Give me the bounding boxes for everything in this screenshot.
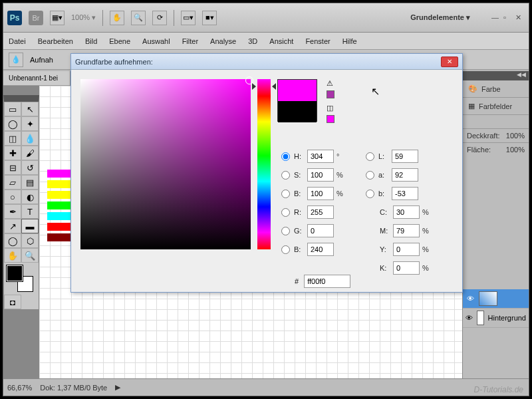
bridge-icon[interactable]: Br (29, 11, 43, 25)
input-y[interactable] (393, 243, 420, 256)
eyedropper-icon[interactable]: 💧 (9, 53, 23, 67)
zoom-tool[interactable]: 🔍 (21, 248, 39, 263)
gamut-swatch[interactable] (327, 115, 334, 123)
radio-h[interactable] (281, 152, 290, 161)
input-r[interactable] (307, 205, 334, 219)
history-tool[interactable]: ↺ (21, 160, 39, 175)
layer-background[interactable]: 👁 Hintergrund (463, 309, 529, 328)
hue-slider[interactable] (257, 79, 271, 249)
radio-g[interactable] (281, 227, 290, 235)
menu-analysis[interactable]: Analyse (210, 37, 236, 45)
zoom-tool-icon[interactable]: 🔍 (131, 11, 146, 25)
color-preview (277, 79, 317, 122)
color-picker-dialog: Grundfarbe aufnehmen: ✕ ⚠ ◫ H:° S:% B:% … (70, 53, 463, 293)
crop-tool[interactable]: ◫ (4, 131, 21, 146)
menu-help[interactable]: Hilfe (342, 37, 357, 45)
minimize-icon[interactable]: — (491, 13, 501, 23)
menu-3d[interactable]: 3D (248, 37, 257, 45)
dialog-titlebar[interactable]: Grundfarbe aufnehmen: ✕ (71, 54, 462, 70)
heal-tool[interactable]: ✚ (4, 146, 21, 160)
menu-edit[interactable]: Bearbeiten (38, 37, 73, 45)
input-h[interactable] (307, 150, 334, 163)
lasso-tool[interactable]: ◯ (4, 116, 21, 131)
cube-icon[interactable]: ◫ (327, 104, 334, 112)
panel-swatches[interactable]: ▦Farbfelder (463, 98, 529, 115)
input-bc[interactable] (307, 243, 334, 256)
radio-l[interactable] (366, 152, 374, 161)
eraser-tool[interactable]: ▱ (4, 175, 21, 190)
layout-dropdown[interactable]: ▦▾ (50, 11, 65, 25)
pan-tool-icon[interactable]: ✋ (110, 11, 124, 25)
fill-field[interactable]: Fläche:100% (463, 142, 529, 156)
dodge-tool[interactable]: ◐ (21, 190, 39, 204)
pen-tool[interactable]: ✒ (4, 204, 21, 219)
new-color[interactable] (278, 80, 317, 101)
menu-view[interactable]: Ansicht (269, 37, 293, 45)
radio-b[interactable] (281, 190, 290, 198)
blur-tool[interactable]: ○ (4, 190, 21, 204)
zoom-level[interactable]: 66,67% (7, 384, 32, 392)
panels: ◀◀ 🎨Farbe ▦Farbfelder Deckkraft:100% Flä… (462, 71, 529, 378)
radio-lab-b[interactable] (366, 190, 374, 198)
visibility-icon[interactable]: 👁 (466, 313, 473, 323)
opacity-field[interactable]: Deckkraft:100% (463, 128, 529, 142)
3d-tool[interactable]: ⬡ (21, 233, 39, 248)
menu-image[interactable]: Bild (85, 37, 97, 45)
wand-tool[interactable]: ✦ (21, 116, 39, 131)
shape-tool[interactable]: ▬ (21, 219, 39, 233)
menu-filter[interactable]: Filter (182, 37, 198, 45)
menu-layer[interactable]: Ebene (109, 37, 130, 45)
panel-collapse-icon[interactable]: ◀◀ (463, 71, 529, 80)
maximize-icon[interactable]: ▫ (503, 13, 513, 23)
notes-tool[interactable]: ◯ (4, 233, 21, 248)
input-l[interactable] (392, 150, 418, 163)
arrange-dropdown[interactable]: ■▾ (202, 11, 217, 25)
input-a[interactable] (392, 168, 418, 182)
input-bv[interactable] (307, 187, 334, 200)
statusbar: 66,67% Dok: 1,37 MB/0 Byte ▶ D-Tutorials… (3, 378, 529, 396)
input-hex[interactable] (304, 275, 350, 288)
input-c[interactable] (393, 205, 420, 219)
move-tool[interactable]: ↖ (21, 102, 39, 116)
panel-color[interactable]: 🎨Farbe (463, 80, 529, 98)
menu-select[interactable]: Auswahl (142, 37, 170, 45)
visibility-icon[interactable]: 👁 (466, 294, 475, 303)
eyedropper-tool[interactable]: 💧 (21, 131, 39, 146)
menubar: Datei Bearbeiten Bild Ebene Auswahl Filt… (3, 33, 529, 50)
hand-tool[interactable]: ✋ (4, 248, 21, 263)
foreground-color[interactable] (7, 265, 23, 281)
menu-window[interactable]: Fenster (305, 37, 330, 45)
screen-mode-dropdown[interactable]: ▭▾ (181, 11, 196, 25)
input-m[interactable] (393, 224, 420, 237)
warning-icon[interactable]: ⚠ (327, 79, 334, 88)
marquee-tool[interactable]: ▭ (4, 102, 21, 116)
hex-row: # (295, 275, 350, 288)
layer-selected[interactable]: 👁 (463, 289, 529, 309)
doc-info[interactable]: Dok: 1,37 MB/0 Byte (40, 384, 107, 392)
radio-a[interactable] (366, 171, 374, 180)
input-s[interactable] (307, 168, 334, 182)
stamp-tool[interactable]: ⊟ (4, 160, 21, 175)
brush-tool[interactable]: 🖌 (21, 146, 39, 160)
radio-r[interactable] (281, 208, 290, 217)
gradient-tool[interactable]: ▤ (21, 175, 39, 190)
document-tab[interactable]: Unbenannt-1 bei (3, 71, 70, 86)
workspace-dropdown[interactable]: Grundelemente ▾ (401, 11, 479, 24)
zoom-dropdown[interactable]: 100% ▾ (71, 13, 96, 22)
saturation-value-field[interactable] (80, 79, 251, 249)
type-tool[interactable]: T (21, 204, 39, 219)
rotate-view-icon[interactable]: ⟳ (152, 11, 167, 25)
current-color[interactable] (278, 101, 317, 122)
input-g[interactable] (307, 224, 334, 237)
radio-s[interactable] (281, 171, 290, 180)
dialog-close-button[interactable]: ✕ (441, 57, 458, 67)
color-swatches[interactable] (7, 265, 33, 292)
input-k[interactable] (393, 261, 420, 275)
input-lab-b[interactable] (392, 187, 418, 200)
menu-file[interactable]: Datei (9, 37, 26, 45)
path-tool[interactable]: ↗ (4, 219, 21, 233)
radio-bc[interactable] (281, 245, 290, 254)
quickmask-tool[interactable]: ◘ (4, 295, 21, 309)
close-icon[interactable]: ✕ (515, 13, 525, 23)
web-safe-swatch[interactable] (327, 90, 334, 98)
